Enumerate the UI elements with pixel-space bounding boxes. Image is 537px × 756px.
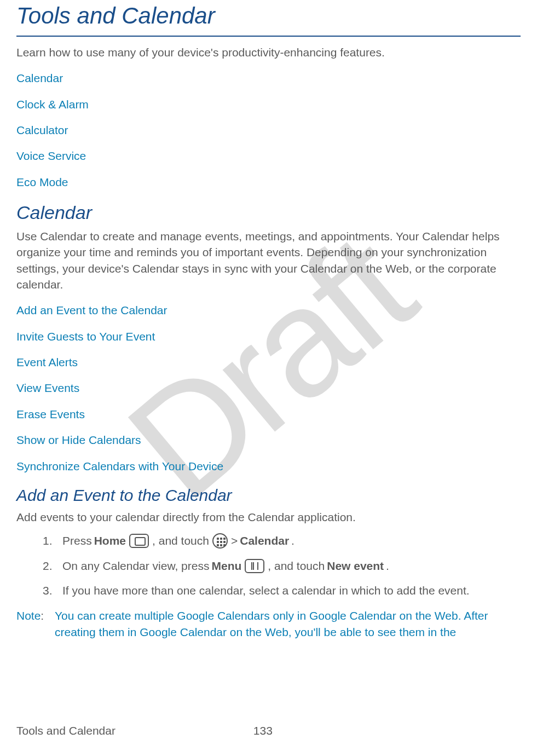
step-bold: Home: [94, 533, 126, 549]
step-text: .: [386, 558, 389, 574]
step-number: 3.: [43, 582, 62, 598]
step-2: 2. On any Calendar view, press Menu , an…: [43, 558, 521, 574]
step-3: 3. If you have more than one calendar, s…: [43, 582, 521, 598]
step-text: , and touch: [152, 533, 209, 549]
step-bold: Menu: [211, 558, 241, 574]
step-text: On any Calendar view, press: [62, 558, 209, 574]
note-body: You can create multiple Google Calendars…: [55, 608, 521, 641]
link-show-hide-calendars[interactable]: Show or Hide Calendars: [16, 432, 521, 448]
intro-paragraph: Learn how to use many of your device's p…: [16, 44, 521, 60]
note-block: Note: You can create multiple Google Cal…: [16, 608, 521, 641]
step-bold: Calendar: [240, 533, 289, 549]
note-label: Note:: [16, 608, 50, 641]
footer-page-number: 133: [253, 723, 273, 738]
toc-link-voice-service[interactable]: Voice Service: [16, 148, 521, 164]
toc-link-calculator[interactable]: Calculator: [16, 122, 521, 138]
page-footer: Tools and Calendar 133: [16, 723, 521, 738]
section-heading-add-event: Add an Event to the Calendar: [16, 484, 521, 507]
toc-link-clock-alarm[interactable]: Clock & Alarm: [16, 96, 521, 112]
footer-section: Tools and Calendar: [16, 723, 116, 738]
step-text: If you have more than one calendar, sele…: [62, 582, 470, 598]
toc-link-calendar[interactable]: Calendar: [16, 70, 521, 86]
step-text: >: [231, 533, 238, 549]
link-invite-guests[interactable]: Invite Guests to Your Event: [16, 328, 521, 344]
step-body: If you have more than one calendar, sele…: [62, 582, 470, 598]
step-number: 1.: [43, 533, 62, 549]
link-sync-calendars[interactable]: Synchronize Calendars with Your Device: [16, 458, 521, 474]
step-text: .: [291, 533, 295, 549]
page-content: Tools and Calendar Learn how to use many…: [0, 0, 537, 640]
step-bold: New event: [327, 558, 384, 574]
add-event-description: Add events to your calendar directly fro…: [16, 509, 521, 525]
steps-list: 1. Press Home , and touch > Calendar. 2.…: [43, 533, 521, 598]
step-number: 2.: [43, 558, 62, 574]
link-view-events[interactable]: View Events: [16, 380, 521, 396]
step-text: Press: [62, 533, 92, 549]
link-add-event[interactable]: Add an Event to the Calendar: [16, 302, 521, 318]
step-body: Press Home , and touch > Calendar.: [62, 533, 295, 549]
home-icon: [129, 534, 149, 548]
link-event-alerts[interactable]: Event Alerts: [16, 354, 521, 370]
toc-link-eco-mode[interactable]: Eco Mode: [16, 174, 521, 190]
step-1: 1. Press Home , and touch > Calendar.: [43, 533, 521, 549]
menu-icon: [245, 559, 264, 573]
link-erase-events[interactable]: Erase Events: [16, 406, 521, 422]
calendar-description: Use Calendar to create and manage events…: [16, 228, 521, 293]
section-heading-calendar: Calendar: [16, 200, 521, 226]
step-body: On any Calendar view, press Menu , and t…: [62, 558, 389, 574]
step-text: , and touch: [268, 558, 325, 574]
note-colon: :: [41, 609, 44, 622]
page-title: Tools and Calendar: [16, 0, 521, 37]
apps-icon: [212, 533, 228, 549]
note-label-text: Note: [16, 609, 41, 622]
